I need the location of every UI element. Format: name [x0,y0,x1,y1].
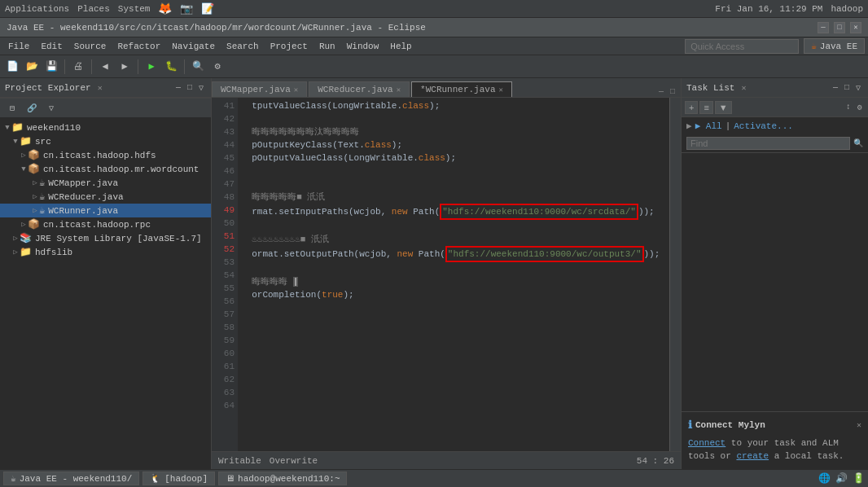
task-view-menu-btn[interactable]: ▽ [853,82,863,94]
minimize-panel-btn[interactable]: — [173,82,183,94]
package-rpc-label: cn.itcast.hadoop.rpc [43,220,151,230]
firefox-icon: 🦊 [158,2,172,15]
tab-wcrunner-label: *WCRunner.java [420,85,495,94]
tab-wcreducer[interactable]: WCReducer.java ✕ [309,81,410,97]
menu-source[interactable]: Source [69,40,112,53]
find-button[interactable]: 🔍 [853,138,863,148]
datetime: Fri Jan 16, 11:29 PM [715,4,822,14]
task-toolbar: + ≡ ▼ ↕ ⚙ [682,98,868,117]
tab-wcreducer-close[interactable]: ✕ [397,86,401,94]
menu-run[interactable]: Run [314,40,340,53]
task-content [682,153,868,411]
tree-item-wcmapper[interactable]: ▷ ☕ WCMapper.java [0,176,211,190]
package-wordcount-icon: 📦 [28,163,40,175]
link-with-editor-btn[interactable]: 🔗 [23,99,41,117]
project-explorer-title: Project Explorer [5,83,91,93]
task-settings-btn[interactable]: ⚙ [855,102,865,113]
open-button[interactable]: 📂 [23,58,41,76]
task-category-btn[interactable]: ≡ [699,101,712,114]
menu-window[interactable]: Window [342,40,384,53]
task-list-close-icon[interactable]: ✕ [741,83,746,93]
tree-item-hdfs[interactable]: ▷ 📦 cn.itcast.hadoop.hdfs [0,148,211,162]
tree-item-wcrunner[interactable]: ▷ ☕ WCRunner.java [0,204,211,217]
apps-menu[interactable]: Applications [5,4,69,14]
code-content[interactable]: tputValueClass(LongWritable.class); 晦晦晦晦… [238,98,669,451]
toolbar-sep-1 [64,59,65,74]
new-task-btn[interactable]: + [685,101,698,114]
tree-view-menu-btn[interactable]: ▽ [42,99,60,117]
code-line-53 [241,262,666,275]
taskbar-item-hadoop[interactable]: 🐧 [hadoop] [142,472,215,485]
activate-label[interactable]: Activate... [734,121,793,131]
settings-button[interactable]: ⚙ [208,58,226,76]
project-explorer-close-icon[interactable]: ✕ [98,83,103,93]
code-line-49: rmat.setInputPaths(wcjob, new Path("hdfs… [241,204,666,220]
network-icon[interactable]: 🌐 [818,472,831,485]
connect-link[interactable]: Connect [688,438,726,448]
menu-project[interactable]: Project [265,40,313,53]
tree-item-wordcount[interactable]: ▼ 📦 cn.itcast.hadoop.mr.wordcount [0,162,211,176]
title-bar: Java EE - weekend110/src/cn/itcast/hadoo… [0,18,868,37]
tab-wcrunner-close[interactable]: ✕ [499,86,503,94]
code-line-64 [241,393,666,406]
code-line-42 [241,112,666,125]
all-label[interactable]: ▶ All [695,121,722,131]
arrow-rpc: ▷ [20,220,28,229]
tab-wcrunner[interactable]: *WCRunner.java ✕ [411,81,512,97]
minimize-editor-btn[interactable]: — [656,86,666,97]
package-wordcount-label: cn.itcast.hadoop.mr.wordcount [43,165,199,174]
create-link[interactable]: create [736,451,769,461]
menu-edit[interactable]: Edit [36,40,67,53]
maximize-button[interactable]: □ [834,22,845,33]
print-button[interactable]: 🖨 [69,58,87,76]
editor-scrollbar[interactable] [669,98,681,451]
debug-button[interactable]: 🐛 [162,58,180,76]
task-list-title: Task List [686,83,734,93]
quick-access-input[interactable] [685,39,799,54]
minimize-button[interactable]: — [818,22,829,33]
tree-item-src[interactable]: ▼ 📁 src [0,134,211,148]
task-maximize-btn[interactable]: □ [842,82,852,94]
save-button[interactable]: 💾 [42,58,60,76]
menu-navigate[interactable]: Navigate [167,40,220,53]
task-filter-btn[interactable]: ▼ [715,101,732,114]
tree-item-jre[interactable]: ▷ 📚 JRE System Library [JavaSE-1.7] [0,231,211,245]
toolbar-sep-3 [138,59,138,74]
menu-help[interactable]: Help [385,40,416,53]
taskbar-item-terminal[interactable]: 🖥 hadoop@weekend110:~ [218,472,347,485]
java-ee-button[interactable]: ☕ Java EE [804,38,865,54]
forward-button[interactable]: ▶ [116,58,134,76]
project-icon: 📁 [11,121,24,134]
tree-item-rpc[interactable]: ▷ 📦 cn.itcast.hadoop.rpc [0,217,211,231]
collapse-all-btn[interactable]: ⊟ [3,99,21,117]
tree-item-wcreducer[interactable]: ▷ ☕ WCReducer.java [0,190,211,204]
menu-refactor[interactable]: Refactor [112,40,165,53]
search-toolbar-button[interactable]: 🔍 [189,58,207,76]
tab-wcmapper-close[interactable]: ✕ [294,86,298,94]
find-input[interactable] [686,137,850,150]
code-line-50 [241,220,666,233]
task-minimize-btn[interactable]: — [831,82,840,94]
code-editor[interactable]: 4142434445 464748 49 50 51 52 535455 565… [212,98,681,451]
applet-icon1: 📷 [180,2,193,15]
system-menu[interactable]: System [118,4,151,14]
volume-icon[interactable]: 🔊 [835,472,848,485]
maximize-panel-btn[interactable]: □ [185,82,195,94]
connect-mylyn-close-icon[interactable]: ✕ [857,420,861,430]
tree-item-hdfslib[interactable]: ▷ 📁 hdfslib [0,245,211,259]
tab-wcmapper[interactable]: WCMapper.java ✕ [212,81,307,97]
task-sort-btn[interactable]: ↕ [844,102,853,113]
tree-item-weekend110[interactable]: ▼ 📁 weekend110 [0,121,211,134]
menu-search[interactable]: Search [221,40,264,53]
places-menu[interactable]: Places [77,4,110,14]
taskbar-item-javaee[interactable]: ☕ Java EE - weekend110/ [3,472,139,485]
new-button[interactable]: 📄 [3,58,21,76]
menu-file[interactable]: File [3,40,34,53]
view-menu-btn[interactable]: ▽ [196,82,206,94]
project-explorer-header: Project Explorer ✕ — □ ▽ [0,78,211,98]
battery-icon[interactable]: 🔋 [853,472,865,485]
run-button[interactable]: ▶ [142,58,160,76]
maximize-editor-btn[interactable]: □ [668,86,677,97]
close-button[interactable]: ✕ [850,22,861,33]
back-button[interactable]: ◀ [96,58,114,76]
